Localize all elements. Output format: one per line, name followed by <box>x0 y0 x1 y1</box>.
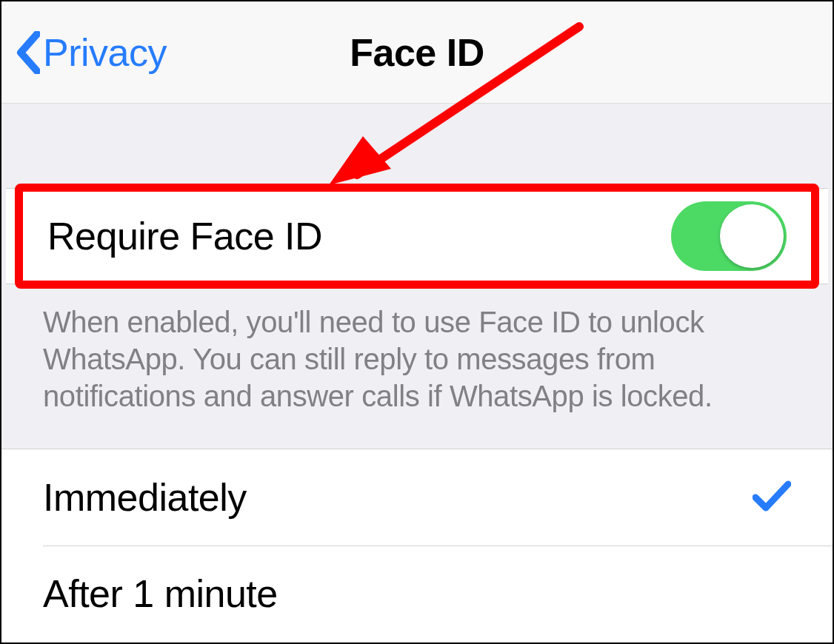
section-spacer <box>1 104 833 184</box>
section-footer: When enabled, you'll need to use Face ID… <box>1 289 833 449</box>
back-button-label: Privacy <box>43 30 167 75</box>
option-label: After 1 minute <box>43 571 278 616</box>
settings-screen: Privacy Face ID Require Face ID When ena… <box>0 0 834 644</box>
require-faceid-highlight: Require Face ID <box>1 184 833 289</box>
nav-bar: Privacy Face ID <box>1 1 833 104</box>
lock-delay-options: Immediately After 1 minute <box>1 449 833 642</box>
option-after-1-minute[interactable]: After 1 minute <box>1 546 833 642</box>
toggle-knob <box>720 204 784 268</box>
require-faceid-toggle[interactable] <box>671 201 787 271</box>
require-faceid-row[interactable]: Require Face ID <box>6 188 828 284</box>
option-label: Immediately <box>43 475 247 520</box>
back-button[interactable]: Privacy <box>15 1 167 103</box>
page-title: Face ID <box>350 30 484 75</box>
chevron-left-icon <box>15 31 40 74</box>
option-immediately[interactable]: Immediately <box>1 449 833 546</box>
require-faceid-label: Require Face ID <box>47 214 322 258</box>
footer-text: When enabled, you'll need to use Face ID… <box>43 303 791 415</box>
checkmark-icon <box>753 480 791 515</box>
